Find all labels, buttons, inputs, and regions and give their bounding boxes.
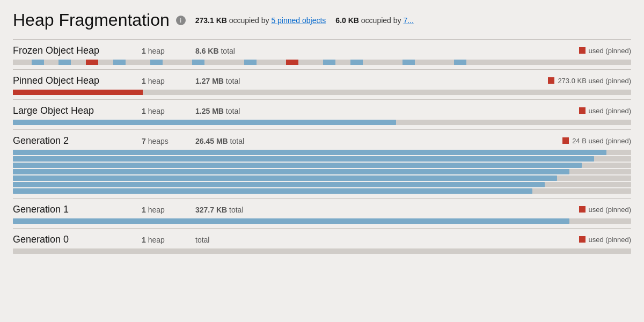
header-stat2-size: 6.0 KB: [335, 16, 359, 25]
legend-label: used (pinned): [589, 206, 632, 214]
bar-area-large-object-heap: [13, 120, 631, 126]
bar-fill: [13, 156, 594, 162]
heap-count: 1 heap: [142, 236, 195, 244]
heap-name: Generation 1: [13, 204, 142, 215]
heap-legend: used (pinned): [579, 206, 632, 214]
bar-fill: [13, 150, 606, 155]
bar-track: [13, 60, 631, 65]
heap-header-generation-1: Generation 11 heap327.7 KB totalused (pi…: [13, 204, 631, 215]
info-icon[interactable]: i: [176, 16, 186, 25]
heap-legend: used (pinned): [579, 47, 632, 55]
page-header: Heap Fragmentation i 273.1 KB occupied b…: [13, 11, 631, 30]
sections-container: Frozen Object Heap1 heap8.6 KB totalused…: [13, 39, 631, 258]
bar-track: [13, 90, 631, 95]
bar-area-frozen-object-heap: [13, 60, 631, 66]
bar-fill: [13, 169, 569, 174]
heap-legend: used (pinned): [579, 236, 632, 244]
header-stat2: 6.0 KB occupied by 7...: [335, 16, 414, 25]
bar-fill: [13, 175, 557, 181]
legend-dot-icon: [579, 107, 586, 114]
heap-legend: 24 B used (pinned): [562, 137, 631, 145]
heap-name: Large Object Heap: [13, 105, 142, 116]
legend-dot-icon: [579, 47, 586, 54]
bar-track: [13, 169, 631, 174]
heap-legend: used (pinned): [579, 107, 632, 115]
heap-section-generation-0: Generation 01 heaptotalused (pinned): [13, 228, 631, 258]
heap-header-frozen-object-heap: Frozen Object Heap1 heap8.6 KB totalused…: [13, 45, 631, 56]
header-stat1-text: occupied by: [229, 16, 269, 25]
header-stat1-size: 273.1 KB: [195, 16, 227, 25]
legend-label: used (pinned): [589, 47, 632, 55]
bar-fill: [13, 182, 545, 187]
bar-track: [13, 120, 631, 125]
legend-label: used (pinned): [589, 107, 632, 115]
heap-size: total: [195, 236, 265, 244]
legend-label: 24 B used (pinned): [572, 137, 631, 145]
heap-count: 1 heap: [142, 77, 195, 85]
heap-count: 1 heap: [142, 107, 195, 115]
heap-count: 7 heaps: [142, 137, 195, 145]
heap-size: 8.6 KB total: [195, 47, 265, 55]
legend-dot-icon: [579, 206, 586, 213]
header-stat2-link[interactable]: 7...: [403, 16, 413, 25]
heap-count: 1 heap: [142, 47, 195, 55]
legend-label: used (pinned): [589, 236, 632, 244]
heap-section-generation-2: Generation 27 heaps26.45 MB total24 B us…: [13, 129, 631, 198]
bar-track: [13, 182, 631, 187]
bar-track: [13, 218, 631, 224]
bar-fill: [13, 163, 582, 168]
heap-name: Generation 0: [13, 234, 142, 245]
heap-legend: 273.0 KB used (pinned): [548, 77, 631, 85]
bar-fill: [13, 188, 532, 194]
bar-area-pinned-object-heap: [13, 90, 631, 96]
heap-count: 1 heap: [142, 206, 195, 214]
bar-fill: [13, 120, 396, 125]
bar-track: [13, 248, 631, 254]
legend-dot-icon: [562, 137, 569, 144]
heap-name: Generation 2: [13, 135, 142, 147]
heap-header-generation-2: Generation 27 heaps26.45 MB total24 B us…: [13, 135, 631, 147]
heap-header-large-object-heap: Large Object Heap1 heap1.25 MB totalused…: [13, 105, 631, 116]
heap-header-generation-0: Generation 01 heaptotalused (pinned): [13, 234, 631, 245]
bar-track: [13, 188, 631, 194]
heap-name: Frozen Object Heap: [13, 45, 142, 56]
page-container: Heap Fragmentation i 273.1 KB occupied b…: [0, 0, 644, 269]
heap-size: 1.27 MB total: [195, 77, 265, 85]
bar-area-generation-1: [13, 218, 631, 225]
heap-size: 327.7 KB total: [195, 206, 265, 214]
bar-track: [13, 156, 631, 162]
bar-area-generation-0: [13, 248, 631, 255]
bar-track: [13, 163, 631, 168]
header-stat1: 273.1 KB occupied by 5 pinned objects: [195, 16, 326, 25]
heap-section-frozen-object-heap: Frozen Object Heap1 heap8.6 KB totalused…: [13, 39, 631, 69]
heap-size: 26.45 MB total: [195, 137, 265, 145]
legend-dot-icon: [579, 236, 586, 243]
heap-name: Pinned Object Heap: [13, 75, 142, 86]
bar-track: [13, 150, 631, 155]
bar-track: [13, 175, 631, 181]
heap-size: 1.25 MB total: [195, 107, 265, 115]
legend-dot-icon: [548, 77, 554, 84]
header-stat2-text: occupied by: [361, 16, 401, 25]
bar-fill: [13, 218, 569, 224]
page-title: Heap Fragmentation: [13, 11, 170, 30]
header-stat1-link[interactable]: 5 pinned objects: [271, 16, 326, 25]
bar-area-generation-2: [13, 150, 631, 195]
heap-section-large-object-heap: Large Object Heap1 heap1.25 MB totalused…: [13, 99, 631, 129]
heap-section-pinned-object-heap: Pinned Object Heap1 heap1.27 MB total273…: [13, 69, 631, 99]
legend-label: 273.0 KB used (pinned): [558, 77, 631, 85]
heap-header-pinned-object-heap: Pinned Object Heap1 heap1.27 MB total273…: [13, 75, 631, 86]
heap-section-generation-1: Generation 11 heap327.7 KB totalused (pi…: [13, 198, 631, 228]
